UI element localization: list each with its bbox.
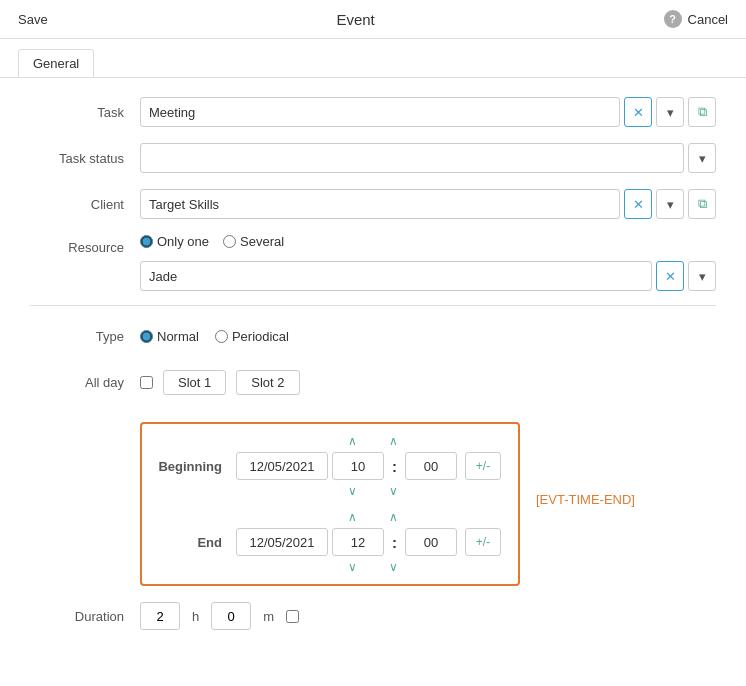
- end-up-arrows: ∧ ∧: [156, 510, 504, 524]
- resource-only-one-label: Only one: [157, 234, 209, 249]
- beginning-hour-up[interactable]: ∧: [348, 434, 357, 448]
- beginning-fields: : +/-: [236, 452, 501, 480]
- resource-several-label: Several: [240, 234, 284, 249]
- save-button[interactable]: Save: [18, 12, 48, 27]
- end-colon: :: [388, 534, 401, 551]
- type-row: Type Normal Periodical: [30, 320, 716, 352]
- resource-field-row: ✕ ▾: [140, 261, 716, 291]
- duration-m-unit: m: [263, 609, 274, 624]
- duration-row: Duration h m: [30, 600, 716, 632]
- end-arrow-down-row: ∨ ∨: [344, 560, 398, 574]
- resource-dropdown-button[interactable]: ▾: [688, 261, 716, 291]
- resource-label: Resource: [30, 234, 140, 255]
- end-hour-input[interactable]: [332, 528, 384, 556]
- client-input[interactable]: [140, 189, 620, 219]
- header: Save Event ? Cancel: [0, 0, 746, 39]
- end-down-arrows: ∨ ∨: [156, 560, 504, 574]
- all-day-control: Slot 1 Slot 2: [140, 370, 716, 395]
- beginning-label: Beginning: [156, 459, 236, 474]
- type-periodical-option[interactable]: Periodical: [215, 329, 289, 344]
- end-row: End : +/-: [156, 528, 504, 556]
- all-day-checkbox[interactable]: [140, 376, 153, 389]
- resource-several-radio[interactable]: [223, 235, 236, 248]
- slot2-button[interactable]: Slot 2: [236, 370, 299, 395]
- cancel-button[interactable]: Cancel: [688, 12, 728, 27]
- end-date-input[interactable]: [236, 528, 328, 556]
- task-input[interactable]: [140, 97, 620, 127]
- task-edit-button[interactable]: ⧉: [688, 97, 716, 127]
- tab-general[interactable]: General: [18, 49, 94, 77]
- end-min-down[interactable]: ∨: [389, 560, 398, 574]
- duration-h-unit: h: [192, 609, 199, 624]
- resource-control: Only one Several ✕ ▾: [140, 234, 716, 291]
- task-clear-button[interactable]: ✕: [624, 97, 652, 127]
- end-pm-button[interactable]: +/-: [465, 528, 501, 556]
- cancel-group: ? Cancel: [664, 10, 728, 28]
- task-control: ✕ ▾ ⧉: [140, 97, 716, 127]
- resource-only-one-radio[interactable]: [140, 235, 153, 248]
- resource-row: Resource Only one Several ✕ ▾: [30, 234, 716, 291]
- type-normal-label: Normal: [157, 329, 199, 344]
- beginning-hour-input[interactable]: [332, 452, 384, 480]
- end-min-up[interactable]: ∧: [389, 510, 398, 524]
- end-hour-down[interactable]: ∨: [348, 560, 357, 574]
- beginning-hour-down[interactable]: ∨: [348, 484, 357, 498]
- client-label: Client: [30, 197, 140, 212]
- task-status-row: Task status ▾: [30, 142, 716, 174]
- beginning-pm-button[interactable]: +/-: [465, 452, 501, 480]
- client-control: ✕ ▾ ⧉: [140, 189, 716, 219]
- beginning-row: Beginning : +/-: [156, 452, 504, 480]
- end-min-input[interactable]: [405, 528, 457, 556]
- beginning-up-arrows: ∧ ∧: [156, 434, 504, 448]
- client-edit-button[interactable]: ⧉: [688, 189, 716, 219]
- duration-label: Duration: [30, 609, 140, 624]
- task-status-control: ▾: [140, 143, 716, 173]
- end-hour-up[interactable]: ∧: [348, 510, 357, 524]
- form-body: Task ✕ ▾ ⧉ Task status ▾ Client ✕ ▾ ⧉ Re…: [0, 78, 746, 664]
- task-status-label: Task status: [30, 151, 140, 166]
- all-day-label: All day: [30, 375, 140, 390]
- tabs: General: [0, 39, 746, 78]
- resource-several-option[interactable]: Several: [223, 234, 284, 249]
- task-row: Task ✕ ▾ ⧉: [30, 96, 716, 128]
- beginning-down-arrows: ∨ ∨: [156, 484, 504, 498]
- type-periodical-radio[interactable]: [215, 330, 228, 343]
- task-dropdown-button[interactable]: ▾: [656, 97, 684, 127]
- duration-m-input[interactable]: [211, 602, 251, 630]
- resource-input[interactable]: [140, 261, 652, 291]
- beginning-arrow-down-row: ∨ ∨: [344, 484, 398, 498]
- type-label: Type: [30, 329, 140, 344]
- type-normal-option[interactable]: Normal: [140, 329, 199, 344]
- slot-section-wrapper: ∧ ∧ Beginning : +/- ∨: [30, 412, 716, 600]
- resource-radio-group: Only one Several: [140, 234, 716, 249]
- all-day-row: All day Slot 1 Slot 2: [30, 366, 716, 398]
- task-status-dropdown-button[interactable]: ▾: [688, 143, 716, 173]
- beginning-min-up[interactable]: ∧: [389, 434, 398, 448]
- beginning-arrow-up-row: ∧ ∧: [344, 434, 398, 448]
- resource-clear-button[interactable]: ✕: [656, 261, 684, 291]
- task-label: Task: [30, 105, 140, 120]
- beginning-min-down[interactable]: ∨: [389, 484, 398, 498]
- type-periodical-label: Periodical: [232, 329, 289, 344]
- slot-section: ∧ ∧ Beginning : +/- ∨: [140, 422, 520, 586]
- resource-only-one-option[interactable]: Only one: [140, 234, 209, 249]
- type-normal-radio[interactable]: [140, 330, 153, 343]
- slot1-button[interactable]: Slot 1: [163, 370, 226, 395]
- duration-h-input[interactable]: [140, 602, 180, 630]
- evt-time-end-tag: [EVT-TIME-END]: [536, 492, 635, 507]
- beginning-min-input[interactable]: [405, 452, 457, 480]
- beginning-date-input[interactable]: [236, 452, 328, 480]
- end-arrow-up-row: ∧ ∧: [344, 510, 398, 524]
- divider: [30, 305, 716, 306]
- end-fields: : +/-: [236, 528, 501, 556]
- client-row: Client ✕ ▾ ⧉: [30, 188, 716, 220]
- help-icon: ?: [664, 10, 682, 28]
- task-status-input[interactable]: [140, 143, 684, 173]
- duration-control: h m: [140, 602, 716, 630]
- type-control: Normal Periodical: [140, 329, 716, 344]
- duration-checkbox[interactable]: [286, 610, 299, 623]
- end-label: End: [156, 535, 236, 550]
- client-dropdown-button[interactable]: ▾: [656, 189, 684, 219]
- beginning-colon: :: [388, 458, 401, 475]
- client-clear-button[interactable]: ✕: [624, 189, 652, 219]
